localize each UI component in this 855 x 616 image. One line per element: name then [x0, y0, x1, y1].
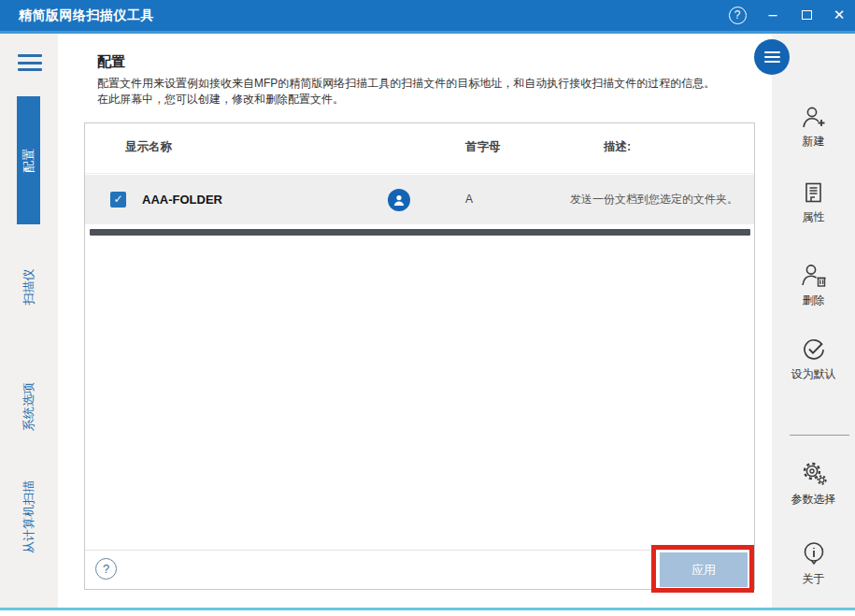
- right-action-rail: 新建 属性 删除 设为默认: [772, 34, 855, 608]
- add-profile-icon: [800, 105, 828, 131]
- page-description-line1: 配置文件用来设置例如接收来自MFP的精简版网络扫描工具的扫描文件的目标地址，和自…: [97, 76, 715, 92]
- properties-button[interactable]: 属性: [772, 180, 855, 225]
- titlebar-help-button[interactable]: ?: [721, 0, 753, 31]
- window-title: 精简版网络扫描仪工具: [19, 0, 154, 31]
- sidebar-tab-config-label: 配置: [21, 149, 37, 173]
- title-bar: 精简版网络扫描仪工具 ? – ✕: [0, 0, 855, 31]
- menu-icon: [764, 49, 780, 65]
- set-default-button[interactable]: 设为默认: [772, 336, 855, 382]
- sidebar-tab-scanner[interactable]: 扫描仪: [17, 236, 40, 338]
- page-title: 配置: [97, 53, 125, 71]
- header-divider: [85, 173, 754, 174]
- row-checkbox[interactable]: ✓: [110, 192, 126, 208]
- menu-icon[interactable]: [18, 54, 42, 72]
- delete-profile-icon: [800, 262, 828, 290]
- about-icon: [800, 540, 828, 568]
- titlebar-accent-strip: [0, 31, 855, 34]
- sidebar-tab-config[interactable]: 配置: [17, 96, 40, 224]
- set-default-icon: [800, 336, 828, 364]
- delete-profile-label: 删除: [772, 293, 855, 308]
- panel-footer-divider: [85, 550, 754, 551]
- maximize-button[interactable]: [791, 0, 822, 31]
- column-header-display-name: 显示名称: [125, 139, 172, 155]
- set-default-label: 设为默认: [772, 366, 855, 382]
- properties-label: 属性: [772, 209, 855, 225]
- row-description: 发送一份文档到您选定的文件夹。: [570, 175, 738, 224]
- preferences-label: 参数选择: [772, 492, 855, 508]
- rail-separator: [790, 435, 849, 436]
- apply-button[interactable]: 应用: [660, 552, 748, 587]
- page-description-line2: 在此屏幕中，您可以创建，修改和删除配置文件。: [97, 92, 715, 107]
- maximize-icon: [802, 10, 812, 20]
- sidebar-tab-scan-from-pc[interactable]: 从计算机扫描: [17, 456, 40, 578]
- app-window: 精简版网络扫描仪工具 ? – ✕ 配置 扫描仪 系统选项 从计算机扫描 配置 配…: [0, 0, 855, 616]
- profile-user-icon: [388, 189, 410, 211]
- new-profile-label: 新建: [772, 134, 855, 150]
- help-icon: ?: [729, 7, 747, 24]
- close-button[interactable]: ✕: [823, 0, 855, 31]
- row-initial: A: [465, 175, 473, 224]
- sidebar-tab-scan-from-pc-label: 从计算机扫描: [21, 480, 37, 553]
- properties-icon: [801, 180, 827, 207]
- row-display-name: AAA-FOLDER: [142, 175, 222, 224]
- table-row[interactable]: ✓ AAA-FOLDER A 发送一份文档到您选定的文件夹。: [85, 175, 754, 224]
- delete-profile-button[interactable]: 删除: [772, 262, 855, 308]
- panel-help-button[interactable]: ?: [95, 558, 117, 580]
- sidebar-tab-system-options[interactable]: 系统选项: [17, 355, 40, 458]
- preferences-icon: [799, 461, 829, 489]
- sidebar-tab-scanner-label: 扫描仪: [21, 269, 37, 306]
- column-header-initial: 首字母: [465, 139, 501, 155]
- horizontal-scrollbar[interactable]: [90, 229, 750, 236]
- about-button[interactable]: 关于: [772, 540, 855, 587]
- minimize-button[interactable]: –: [757, 0, 789, 31]
- sidebar-tab-system-options-label: 系统选项: [21, 382, 37, 431]
- profiles-panel: 显示名称 首字母 描述: ✓ AAA-FOLDER A 发送一份文档到您选定的文…: [84, 122, 755, 590]
- actions-menu-fab[interactable]: [754, 39, 790, 75]
- about-label: 关于: [772, 571, 855, 587]
- left-sidebar: 配置 扫描仪 系统选项 从计算机扫描: [0, 34, 58, 608]
- new-profile-button[interactable]: 新建: [772, 105, 855, 150]
- page-description: 配置文件用来设置例如接收来自MFP的精简版网络扫描工具的扫描文件的目标地址，和自…: [97, 76, 715, 107]
- preferences-button[interactable]: 参数选择: [772, 461, 855, 508]
- column-header-description: 描述:: [604, 139, 631, 155]
- window-bottom-edge: [0, 608, 855, 610]
